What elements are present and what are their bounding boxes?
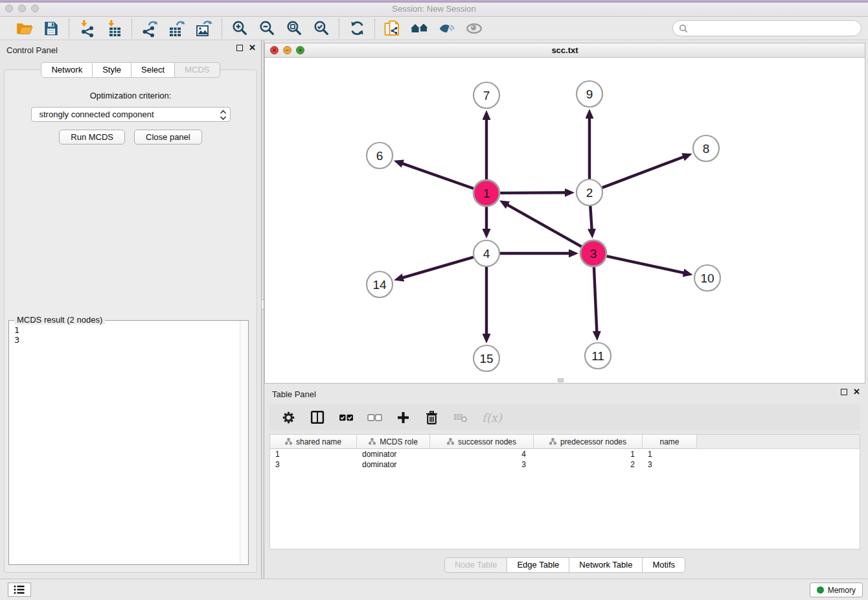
canvas-hscroll-handle[interactable]	[558, 378, 564, 382]
deselect-all-columns-button[interactable]	[367, 410, 382, 425]
zoom-fit-button[interactable]	[284, 19, 304, 38]
zoom-selected-button[interactable]	[312, 19, 331, 38]
refresh-view-button[interactable]	[347, 19, 367, 38]
task-history-button[interactable]	[8, 583, 31, 597]
edge-3-1[interactable]	[507, 205, 581, 247]
houses-button[interactable]	[410, 19, 429, 38]
table-cell-successor-nodes[interactable]: 3	[430, 459, 534, 470]
table-cell-name[interactable]: 3	[643, 459, 697, 470]
mcds-result-text[interactable]: 1 3	[10, 323, 239, 564]
show-all-button[interactable]	[464, 19, 484, 38]
column-header-MCDS-role[interactable]: MCDS role	[357, 435, 430, 449]
tab-select[interactable]: Select	[131, 62, 175, 78]
edge-2-3[interactable]	[590, 206, 591, 230]
table-cell-name[interactable]: 1	[643, 449, 697, 459]
copy-network-icon	[383, 19, 402, 38]
edge-4-14[interactable]	[402, 257, 474, 278]
network-window-titlebar[interactable]: × − + scc.txt	[265, 43, 865, 58]
result-scrollbar[interactable]	[240, 321, 248, 564]
table-cell-MCDS-role[interactable]: dominator	[357, 459, 430, 470]
table-row[interactable]: 1dominator411	[270, 449, 860, 459]
table-row[interactable]: 3dominator323	[270, 459, 860, 470]
refresh-icon	[348, 19, 366, 37]
close-table-panel-icon[interactable]: ✕	[853, 389, 860, 395]
import-network-button[interactable]	[77, 19, 97, 38]
search-box[interactable]	[672, 20, 862, 36]
table-cell-predecessor-nodes[interactable]: 1	[534, 449, 643, 459]
column-type-icon	[447, 438, 454, 445]
table-cell-successor-nodes[interactable]: 4	[430, 449, 534, 459]
column-header-successor-nodes[interactable]: successor nodes	[430, 435, 534, 449]
memory-button[interactable]: Memory	[810, 583, 863, 597]
copy-network-button[interactable]	[383, 19, 402, 38]
export-image-button[interactable]	[194, 19, 214, 38]
tab-edge-table[interactable]: Edge Table	[507, 557, 569, 573]
table-cell-MCDS-role[interactable]: dominator	[357, 449, 430, 459]
network-view-window: × − + scc.txt 7968124314101511	[264, 43, 865, 384]
import-table-button[interactable]	[104, 19, 124, 38]
show-column-panel-button[interactable]	[310, 410, 325, 425]
memory-status-icon	[817, 586, 824, 594]
table-cell-predecessor-nodes[interactable]: 2	[534, 459, 643, 470]
plus-icon	[396, 410, 411, 425]
node-label-8: 8	[703, 142, 710, 156]
edge-3-10[interactable]	[607, 256, 685, 273]
tab-motifs[interactable]: Motifs	[643, 557, 685, 573]
export-table-button[interactable]	[167, 19, 187, 38]
tab-mcds[interactable]: MCDS	[175, 62, 220, 78]
column-header-label: shared name	[296, 437, 341, 446]
export-network-icon	[141, 19, 159, 38]
node-label-11: 11	[591, 349, 604, 363]
close-panel-button[interactable]: Close panel	[134, 130, 202, 144]
table-cell-shared-name[interactable]: 1	[270, 449, 357, 459]
column-header-shared-name[interactable]: shared name	[270, 435, 357, 449]
table-settings-button[interactable]	[281, 410, 296, 425]
tab-network-table[interactable]: Network Table	[569, 557, 643, 573]
save-session-button[interactable]	[41, 19, 61, 38]
network-canvas[interactable]: 7968124314101511	[265, 58, 865, 383]
optimization-criterion-label: Optimization criterion:	[5, 91, 257, 100]
edge-1-6[interactable]	[402, 163, 474, 189]
criterion-select[interactable]: strongly connected component	[31, 107, 231, 122]
control-panel-tabs: NetworkStyleSelectMCDS	[0, 62, 261, 78]
select-all-columns-button[interactable]	[339, 410, 354, 425]
edge-3-11[interactable]	[594, 267, 597, 332]
network-graph[interactable]: 7968124314101511	[265, 58, 865, 384]
columns-icon	[310, 410, 325, 425]
column-header-label: successor nodes	[458, 437, 516, 446]
run-mcds-button[interactable]: Run MCDS	[59, 130, 125, 144]
delete-table-button[interactable]	[453, 410, 468, 424]
edge-1-2[interactable]	[500, 192, 566, 193]
network-window-title: scc.txt	[265, 45, 865, 55]
select-all-checkboxes-icon	[339, 410, 354, 425]
table-header-filler	[697, 435, 860, 449]
hide-selected-button[interactable]	[437, 19, 457, 38]
search-input[interactable]	[691, 23, 855, 33]
open-session-button[interactable]	[14, 19, 34, 38]
trash-icon	[424, 410, 439, 425]
table-panel-title: Table Panel	[272, 389, 316, 399]
zoom-out-button[interactable]	[257, 19, 277, 38]
apply-function-button[interactable]: f(x)	[482, 411, 502, 424]
float-panel-icon[interactable]	[236, 45, 243, 51]
tab-node-table[interactable]: Node Table	[444, 557, 508, 573]
node-label-3: 3	[590, 247, 597, 260]
float-table-panel-icon[interactable]	[841, 389, 847, 395]
export-network-button[interactable]	[140, 19, 159, 38]
close-panel-icon[interactable]: ✕	[249, 45, 256, 51]
delete-column-button[interactable]	[424, 410, 439, 425]
column-header-label: name	[659, 437, 679, 446]
column-header-predecessor-nodes[interactable]: predecessor nodes	[534, 435, 643, 449]
edge-2-8[interactable]	[602, 157, 685, 188]
zoom-in-button[interactable]	[230, 19, 249, 38]
tab-style[interactable]: Style	[93, 62, 131, 78]
tab-network[interactable]: Network	[41, 62, 93, 78]
application-window: Session: New Session	[0, 0, 868, 600]
table-toolbar: f(x)	[269, 404, 860, 430]
add-column-button[interactable]	[396, 410, 411, 425]
column-header-name[interactable]: name	[643, 435, 697, 449]
gear-icon	[281, 410, 296, 425]
select-stepper-icon	[219, 109, 227, 123]
node-label-14: 14	[372, 278, 387, 292]
table-cell-shared-name[interactable]: 3	[270, 459, 357, 470]
